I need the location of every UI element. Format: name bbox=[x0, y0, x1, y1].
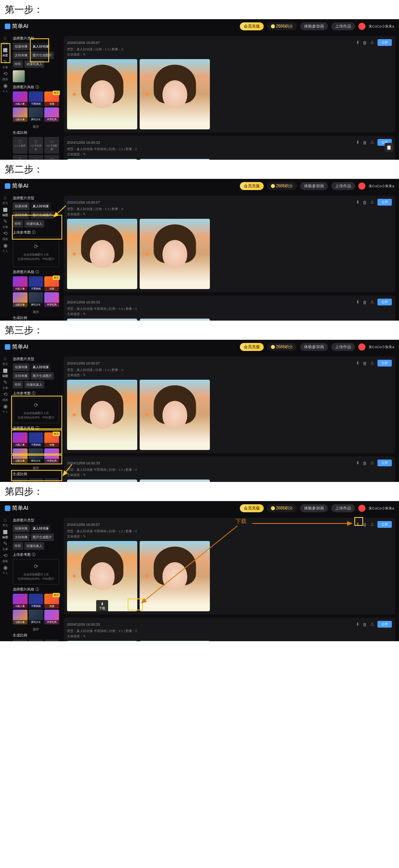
download-icon[interactable]: ⬇ bbox=[356, 40, 359, 45]
upload-dropzone[interactable]: ⟳点击或拖拽图片上传支持20M以内JPG、PNG图片 bbox=[13, 237, 59, 267]
gen-tags[interactable]: 主体描述：✎ bbox=[67, 52, 392, 57]
main-content: 2024/12/09 16:00:57 ⬇ 🗑 ⚠ 公开 类型：真人转动漫 | … bbox=[61, 34, 399, 160]
chip-anime2real[interactable]: 动漫转真人 bbox=[24, 60, 44, 68]
rail-draw[interactable]: ▦绘图 bbox=[2, 49, 8, 55]
chip-text2img[interactable]: 文转画像 bbox=[13, 52, 30, 59]
app-step3: 简单AI会员充值2686积分体验参加画上传作品朱CoCo小朱朱a ⌂首页▦绘图✎… bbox=[0, 340, 399, 482]
ratio-4-3[interactable]: ▭4:3 文章配图 bbox=[44, 137, 59, 154]
coin-pill[interactable]: 2686积分 bbox=[267, 22, 297, 30]
history-pill[interactable]: 体验参加画 bbox=[300, 22, 328, 30]
gen-meta: 类型：真人转动漫 | 比例：1:1 | 数量：2 bbox=[67, 47, 392, 52]
float-share[interactable]: 📋 bbox=[385, 143, 393, 152]
ref-image-thumb[interactable] bbox=[13, 70, 25, 82]
warning-icon[interactable]: ⚠ bbox=[370, 140, 374, 145]
style-card-4[interactable]: 梦幻少女 bbox=[29, 107, 43, 122]
rail-article[interactable]: ✎文章 bbox=[2, 61, 8, 67]
nav-rail: ⌂首页 ▦绘图 ✎文章 ⟲视频 ◉个人 bbox=[0, 34, 10, 160]
style-card-1[interactable]: 平面插画 bbox=[29, 91, 43, 106]
gen-date: 2024/12/09 16:00:57 bbox=[67, 41, 100, 45]
ratio-16-9[interactable]: ▭16:9 电脑壁纸 bbox=[29, 155, 43, 160]
rail-profile[interactable]: ◉个人 bbox=[2, 85, 8, 91]
step-4-label: 第四步： bbox=[0, 482, 399, 501]
rail-video[interactable]: ⟲视频 bbox=[2, 73, 8, 79]
step-3-label: 第三步： bbox=[0, 321, 399, 340]
result-image-1[interactable] bbox=[67, 59, 137, 129]
generation-2: 2024/12/09 16:00:33 ⬇ 🗑 ⚠ 公开 类型：真人转动漫-平面… bbox=[64, 136, 395, 160]
step-2-label: 第二步： bbox=[0, 160, 399, 179]
user-name: 朱CoCo小朱朱a bbox=[369, 24, 394, 29]
vip-badge: 会员 bbox=[53, 91, 60, 95]
style-card-0[interactable]: AI真人像 bbox=[13, 91, 28, 106]
app-step2: 简单AI会员充值2686积分体验参加画上传作品朱CoCo小朱朱a ⌂首页 ▦绘图… bbox=[0, 179, 399, 321]
app-step1: 简单AI 会员充值 2686积分 体验参加画 上传作品 朱CoCo小朱朱a ⌂首… bbox=[0, 19, 399, 160]
logo[interactable]: 简单AI bbox=[5, 23, 28, 30]
gen-meta-2: 类型：真人转动漫-平面插画 | 比例：1:1 | 数量：2 bbox=[67, 147, 392, 151]
header: 简单AI 会员充值 2686积分 体验参加画 上传作品 朱CoCo小朱朱a bbox=[0, 19, 399, 34]
upload-pill[interactable]: 上传作品 bbox=[331, 22, 355, 30]
style-title: 选择图片风格 ⓘ bbox=[13, 85, 59, 90]
download-icon[interactable]: ⬇ bbox=[356, 140, 359, 145]
user-avatar[interactable] bbox=[358, 23, 365, 30]
ratio-title: 生成比例 bbox=[13, 130, 59, 135]
style-card-3[interactable]: Q版头像 bbox=[13, 107, 28, 122]
delete-icon[interactable]: 🗑 bbox=[363, 40, 367, 45]
download-all-icon[interactable]: ⬇ bbox=[356, 522, 359, 527]
gen-tags-2[interactable]: 主体描述：✎ bbox=[67, 152, 392, 157]
expand-styles[interactable]: 展开 bbox=[13, 123, 59, 130]
vip-pill[interactable]: 会员充值 bbox=[240, 22, 264, 30]
chip-kaka[interactable]: 咔咔 bbox=[13, 60, 23, 68]
ratio-1-1[interactable]: ▢1:1 头像图 bbox=[13, 137, 28, 154]
delete-icon[interactable]: 🗑 bbox=[363, 140, 367, 145]
result-image-4[interactable] bbox=[140, 159, 210, 160]
chip-comic[interactable]: 似漫画像 bbox=[13, 43, 30, 50]
step-1-label: 第一步： bbox=[0, 0, 399, 19]
warning-icon[interactable]: ⚠ bbox=[370, 40, 374, 45]
gen-date-2: 2024/12/09 16:00:33 bbox=[67, 141, 100, 145]
ratio-orig[interactable]: ▢原始比例 bbox=[44, 155, 59, 160]
upload-title: 上传参考图 ⓘ bbox=[13, 230, 59, 235]
rail-home[interactable]: ⌂首页 bbox=[2, 37, 8, 43]
result-image-2[interactable] bbox=[140, 59, 210, 129]
chip-real2anime[interactable]: 真人转动漫 bbox=[31, 43, 51, 50]
upload-icon: ⟳ bbox=[16, 243, 56, 251]
result-image-3[interactable] bbox=[67, 159, 137, 160]
ratio-1-2[interactable]: ▯1:2 手机壁纸 bbox=[29, 137, 43, 154]
download-annotation-label: 下载 bbox=[235, 518, 247, 525]
side-panel: 选择图片类型 似漫画像 真人转动漫 文转画像 图片生成图片 咔咔 动漫转真人 选… bbox=[10, 34, 61, 160]
chip-img2img[interactable]: 图片生成图片 bbox=[31, 52, 54, 59]
logo-icon bbox=[5, 24, 10, 29]
publish-button[interactable]: 公开 bbox=[377, 39, 392, 46]
style-card-5[interactable]: 中世纪风 bbox=[44, 107, 59, 122]
image-download-button[interactable]: ⬇下载 bbox=[96, 600, 108, 611]
coin-icon bbox=[271, 24, 275, 28]
ratio-9-16[interactable]: ▯9:16 全屏图 bbox=[13, 155, 28, 160]
type-title: 选择图片类型 bbox=[13, 36, 59, 41]
app-step4: 简单AI会员充值2686积分体验参加画上传作品朱CoCo小朱朱a ⌂首页▦绘图✎… bbox=[0, 501, 399, 641]
generation-1: 2024/12/09 16:00:57 ⬇ 🗑 ⚠ 公开 类型：真人转动漫 | … bbox=[64, 36, 395, 133]
